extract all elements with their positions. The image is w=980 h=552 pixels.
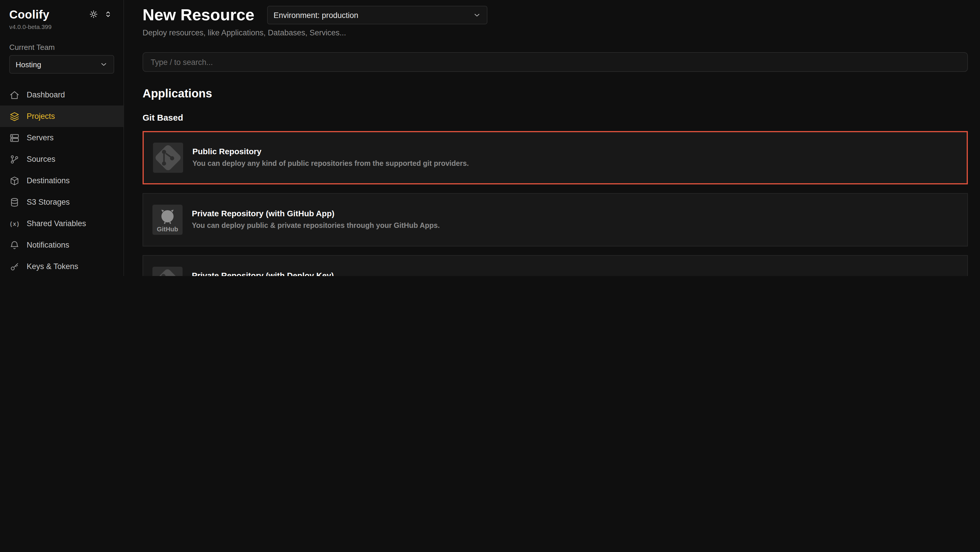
sidebar-item-label: Dashboard: [27, 91, 65, 99]
sidebar-item-s3-storages[interactable]: S3 Storages: [0, 191, 123, 213]
git-icon: [153, 143, 183, 173]
page-title: New Resource: [143, 5, 255, 26]
git-branch-icon: [9, 154, 20, 164]
cube-icon: [9, 175, 20, 186]
environment-select-value: Environment: production: [274, 11, 358, 19]
chevron-sort-icon[interactable]: [104, 10, 114, 20]
chevron-down-icon: [473, 11, 481, 19]
resource-card-public-repository[interactable]: Public Repository You can deploy any kin…: [143, 131, 968, 184]
key-icon: [9, 261, 20, 272]
git-based-subsection-title: Git Based: [143, 112, 968, 123]
sidebar-item-label: Sources: [27, 155, 55, 164]
sidebar-item-shared-variables[interactable]: (x) Shared Variables: [0, 213, 123, 234]
card-title: Public Repository: [192, 147, 469, 156]
sidebar-item-servers[interactable]: Servers: [0, 127, 123, 148]
card-title: Private Repository (with Deploy Key): [192, 271, 377, 276]
resource-card-private-repository-github-app[interactable]: GitHub Private Repository (with GitHub A…: [143, 193, 968, 246]
sidebar-item-notifications[interactable]: Notifications: [0, 234, 123, 256]
current-team-label: Current Team: [0, 30, 123, 55]
team-select-value: Hosting: [16, 60, 41, 69]
sidebar-item-dashboard[interactable]: Dashboard: [0, 84, 123, 105]
svg-text:(x): (x): [9, 221, 19, 227]
variable-icon: (x): [9, 218, 20, 229]
sidebar-item-label: Keys & Tokens: [27, 262, 78, 271]
database-icon: [9, 197, 20, 207]
sidebar-nav: Dashboard Projects Servers Sources Desti…: [0, 84, 123, 276]
version-label: v4.0.0-beta.399: [0, 21, 123, 30]
git-based-cards: Public Repository You can deploy any kin…: [143, 131, 968, 276]
layers-icon: [9, 111, 20, 121]
resource-card-private-repository-deploy-key[interactable]: Private Repository (with Deploy Key) You…: [143, 255, 968, 276]
main-content: New Resource Environment: production Dep…: [124, 0, 980, 276]
card-description: You can deploy any kind of public reposi…: [192, 159, 469, 169]
search-input[interactable]: [143, 52, 968, 72]
environment-select[interactable]: Environment: production: [267, 6, 487, 24]
git-icon: [153, 267, 183, 276]
page-subtitle: Deploy resources, like Applications, Dat…: [143, 28, 968, 38]
sidebar-item-destinations[interactable]: Destinations: [0, 170, 123, 191]
sun-icon[interactable]: [89, 10, 100, 20]
sidebar: Coolify v4.0.0-beta.399 Current Team Hos…: [0, 0, 124, 276]
card-title: Private Repository (with GitHub App): [192, 209, 440, 219]
chevron-down-icon: [100, 60, 108, 69]
sidebar-item-label: Shared Variables: [27, 219, 86, 228]
brand-title: Coolify: [9, 8, 49, 21]
sidebar-item-label: Notifications: [27, 241, 69, 249]
bell-icon: [9, 240, 20, 250]
sidebar-item-label: Projects: [27, 112, 55, 121]
sidebar-item-label: Servers: [27, 133, 54, 142]
sidebar-item-keys-tokens[interactable]: Keys & Tokens: [0, 256, 123, 276]
svg-text:GitHub: GitHub: [157, 225, 178, 233]
coolify-app: Coolify v4.0.0-beta.399 Current Team Hos…: [0, 0, 980, 276]
team-select[interactable]: Hosting: [9, 55, 114, 73]
home-icon: [9, 89, 20, 100]
sidebar-item-label: S3 Storages: [27, 198, 70, 206]
sidebar-item-label: Destinations: [27, 176, 70, 185]
github-icon: GitHub: [153, 205, 183, 235]
server-icon: [9, 132, 20, 143]
sidebar-item-projects[interactable]: Projects: [0, 105, 123, 127]
card-description: You can deploy public & private reposito…: [192, 221, 440, 231]
sidebar-item-sources[interactable]: Sources: [0, 148, 123, 170]
applications-section-title: Applications: [143, 87, 968, 100]
